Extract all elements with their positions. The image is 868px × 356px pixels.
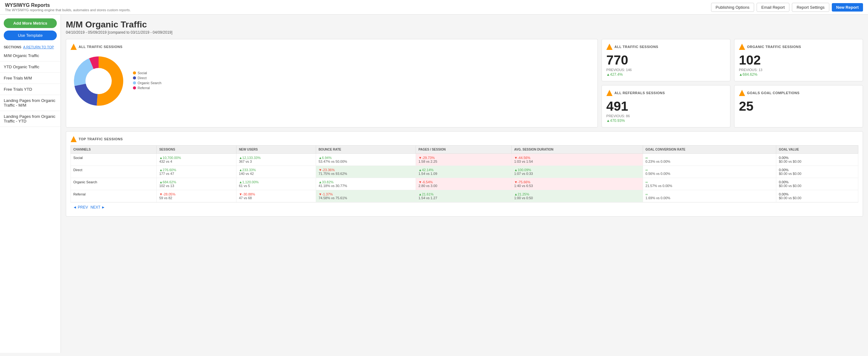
legend-referral: Referral — [133, 86, 161, 90]
stat-value-goals: 25 — [739, 99, 858, 114]
legend-dot-direct — [133, 76, 136, 79]
stat-icon-organic — [739, 44, 745, 50]
stat-value-referrals: 491 — [606, 99, 726, 114]
stat-card-header-organic: ORGANIC TRAFFIC SESSIONS — [739, 44, 858, 50]
cell-channel: Organic Search — [71, 178, 157, 190]
traffic-table: CHANNELS SESSIONS NEW USERS BOUNCE RATE … — [70, 145, 858, 202]
cell-channel: Referral — [71, 190, 157, 202]
donut-chart — [70, 53, 127, 109]
stat-previous-referrals: PREVIOUS: 86 — [606, 114, 726, 118]
stat-card-header-all-traffic: ALL TRAFFIC SESSIONS — [606, 44, 726, 50]
sidebar-item-ytd-organic[interactable]: YTD Organic Traffic — [0, 61, 61, 73]
stat-value-all-traffic: 770 — [606, 53, 726, 67]
sidebar-item-free-trials-mm[interactable]: Free Trials M/M — [0, 73, 61, 84]
main-content: M/M Organic Traffic 04/10/2019 - 05/09/2… — [61, 15, 868, 353]
legend-dot-social — [133, 71, 136, 74]
table-pagination: ◄ PREV NEXT ► — [70, 202, 858, 212]
email-report-button[interactable]: Email Report — [756, 3, 789, 12]
app-branding: WYSIWYG Reports The WYSIWYG reporting en… — [5, 2, 131, 12]
col-goal-value: GOAL VALUE — [776, 145, 858, 154]
legend-label-organic: Organic Search — [137, 81, 161, 85]
table-card-title: TOP TRAFFIC SESSIONS — [79, 137, 123, 141]
stat-card-header-referrals: ALL REFERRALS SESSIONS — [606, 90, 726, 96]
sidebar-item-landing-mm[interactable]: Landing Pages from Organic Traffic - M/M — [0, 95, 61, 111]
stat-previous-organic: PREVIOUS: 13 — [739, 68, 858, 72]
app-title: WYSIWYG Reports — [5, 2, 131, 8]
cell-channel: Direct — [71, 166, 157, 178]
new-report-button[interactable]: New Report — [832, 3, 863, 11]
chart-legend: Social Direct Organic Search Referr — [133, 71, 161, 91]
return-to-top-link[interactable]: A RETURN TO TOP — [23, 45, 54, 49]
stat-cards-column: ALL TRAFFIC SESSIONS 770 PREVIOUS: 146 ▲… — [601, 39, 863, 128]
legend-label-referral: Referral — [137, 86, 150, 90]
col-new-users: NEW USERS — [236, 145, 316, 154]
col-channels: CHANNELS — [71, 145, 157, 154]
stat-change-organic: ▲684.62% — [739, 72, 858, 77]
legend-social: Social — [133, 71, 161, 75]
stat-icon-referrals — [606, 90, 613, 96]
stat-card-all-traffic: ALL TRAFFIC SESSIONS 770 PREVIOUS: 146 ▲… — [601, 39, 731, 82]
sidebar-item-landing-ytd[interactable]: Landing Pages from Organic Traffic - YTD — [0, 111, 61, 127]
table-card-icon — [70, 136, 77, 142]
table-head: CHANNELS SESSIONS NEW USERS BOUNCE RATE … — [71, 145, 858, 154]
stat-icon-goals — [739, 90, 745, 96]
col-avg-session: AVG. SESSION DURATION — [512, 145, 643, 154]
col-bounce-rate: BOUNCE RATE — [316, 145, 415, 154]
sidebar: Add More Metrics Use Template SECTIONS A… — [0, 15, 61, 353]
table-body: Social▲10,700.00%432 vs 4▲12,133.33%367 … — [71, 154, 858, 202]
use-template-button[interactable]: Use Template — [4, 31, 57, 40]
app-header: WYSIWYG Reports The WYSIWYG reporting en… — [0, 0, 868, 15]
stat-change-referrals: ▲470.93% — [606, 119, 726, 123]
stat-title-organic: ORGANIC TRAFFIC SESSIONS — [747, 45, 801, 48]
stat-icon-all-traffic — [606, 44, 613, 50]
all-traffic-chart-card: ALL TRAFFIC SESSIONS — [66, 39, 598, 128]
legend-organic: Organic Search — [133, 81, 161, 85]
table-row: Referral▼-28.05%59 vs 82▼-30.88%47 vs 68… — [71, 190, 858, 202]
main-layout: Add More Metrics Use Template SECTIONS A… — [0, 15, 868, 353]
table-row: Direct▲276.60%177 vs 47▲233.33%140 vs 42… — [71, 166, 858, 178]
chart-card-icon — [70, 44, 77, 50]
sidebar-item-free-trials-ytd[interactable]: Free Trials YTD — [0, 84, 61, 95]
publishing-options-button[interactable]: Publishing Options — [711, 3, 754, 12]
col-goal-conv: GOAL CONVERSION RATE — [643, 145, 776, 154]
table-row: Organic Search▲684.62%102 vs 13▲1,120.00… — [71, 178, 858, 190]
legend-label-direct: Direct — [137, 76, 147, 80]
stat-card-referrals: ALL REFERRALS SESSIONS 491 PREVIOUS: 86 … — [601, 85, 731, 128]
legend-label-social: Social — [137, 71, 147, 75]
top-metrics-row: ALL TRAFFIC SESSIONS — [66, 39, 863, 128]
app-subtitle: The WYSIWYG reporting engine that builds… — [5, 8, 131, 12]
sections-label: SECTIONS — [4, 45, 21, 49]
report-settings-button[interactable]: Report Settings — [792, 3, 829, 12]
sidebar-item-mm-organic[interactable]: M/M Organic Traffic — [0, 50, 61, 61]
legend-direct: Direct — [133, 76, 161, 80]
cell-channel: Social — [71, 154, 157, 166]
svg-point-4 — [86, 68, 112, 94]
stat-title-goals: GOALS GOAL COMPLETIONS — [747, 91, 799, 95]
report-title: M/M Organic Traffic — [66, 20, 863, 30]
table-row: Social▲10,700.00%432 vs 4▲12,133.33%367 … — [71, 154, 858, 166]
add-more-metrics-button[interactable]: Add More Metrics — [4, 19, 57, 28]
prev-button[interactable]: ◄ PREV — [73, 205, 88, 209]
chart-card-title: ALL TRAFFIC SESSIONS — [79, 45, 123, 48]
stat-title-referrals: ALL REFERRALS SESSIONS — [614, 91, 665, 95]
next-button[interactable]: NEXT ► — [91, 205, 105, 209]
col-pages-session: PAGES / SESSION — [416, 145, 512, 154]
stat-card-organic-traffic: ORGANIC TRAFFIC SESSIONS 102 PREVIOUS: 1… — [734, 39, 863, 82]
col-sessions: SESSIONS — [157, 145, 236, 154]
top-traffic-card: TOP TRAFFIC SESSIONS CHANNELS SESSIONS N… — [66, 131, 863, 217]
report-date-range: 04/10/2019 - 05/09/2019 [compared to 03/… — [66, 30, 863, 35]
stat-card-header-goals: GOALS GOAL COMPLETIONS — [739, 90, 858, 96]
stat-value-organic: 102 — [739, 53, 858, 67]
table-card-header: TOP TRAFFIC SESSIONS — [70, 136, 858, 142]
chart-area: Social Direct Organic Search Referr — [70, 53, 593, 109]
stat-card-goals: GOALS GOAL COMPLETIONS 25 — [734, 85, 863, 128]
stat-title-all-traffic: ALL TRAFFIC SESSIONS — [614, 45, 658, 48]
chart-card-header: ALL TRAFFIC SESSIONS — [70, 44, 593, 50]
sidebar-sections-header: SECTIONS A RETURN TO TOP — [0, 43, 61, 50]
legend-dot-organic — [133, 82, 136, 85]
legend-dot-referral — [133, 86, 136, 90]
header-actions: Publishing Options Email Report Report S… — [711, 3, 863, 12]
stat-previous-all-traffic: PREVIOUS: 146 — [606, 68, 726, 72]
stat-change-all-traffic: ▲427.4% — [606, 72, 726, 77]
sidebar-navigation: M/M Organic Traffic YTD Organic Traffic … — [0, 50, 61, 127]
